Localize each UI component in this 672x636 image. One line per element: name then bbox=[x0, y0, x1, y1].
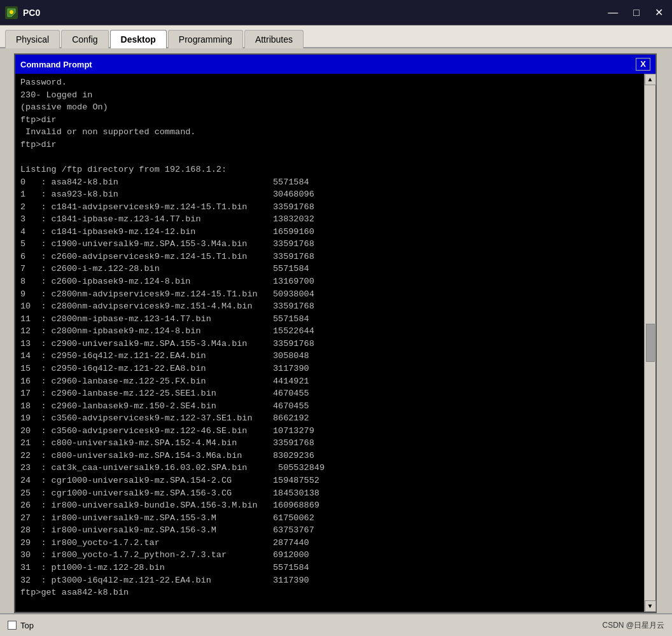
minimize-button[interactable]: — bbox=[604, 6, 622, 19]
top-checkbox[interactable] bbox=[8, 621, 17, 630]
close-button[interactable]: ✕ bbox=[651, 6, 667, 19]
tab-programming[interactable]: Programming bbox=[168, 30, 243, 48]
window-title: PC0 bbox=[23, 8, 40, 18]
status-left: Top bbox=[8, 621, 34, 630]
tab-desktop[interactable]: Desktop bbox=[110, 30, 167, 48]
status-bar: Top CSDN @日星月云 bbox=[0, 613, 672, 636]
maximize-button[interactable]: □ bbox=[629, 6, 643, 19]
scrollbar[interactable]: ▲ ▼ bbox=[644, 74, 655, 612]
scroll-up-button[interactable]: ▲ bbox=[645, 74, 656, 85]
command-prompt-window: Command Prompt X Password. 230- Logged i… bbox=[14, 53, 657, 613]
main-content: Command Prompt X Password. 230- Logged i… bbox=[0, 48, 672, 613]
cmd-close-button[interactable]: X bbox=[636, 58, 650, 71]
scroll-down-button[interactable]: ▼ bbox=[645, 600, 656, 612]
cmd-title-bar: Command Prompt X bbox=[15, 55, 655, 74]
terminal-output: Password. 230- Logged in (passive mode O… bbox=[20, 76, 650, 612]
terminal[interactable]: Password. 230- Logged in (passive mode O… bbox=[15, 74, 655, 612]
tab-physical[interactable]: Physical bbox=[5, 30, 60, 48]
scrollbar-thumb[interactable] bbox=[646, 324, 655, 362]
window-controls: — □ ✕ bbox=[604, 6, 667, 19]
tab-config[interactable]: Config bbox=[61, 30, 108, 48]
svg-point-2 bbox=[10, 10, 13, 14]
tab-bar: Physical Config Desktop Programming Attr… bbox=[0, 25, 672, 48]
top-label: Top bbox=[20, 621, 34, 630]
title-bar: PC0 — □ ✕ bbox=[0, 0, 672, 25]
tab-attributes[interactable]: Attributes bbox=[244, 30, 304, 48]
app-icon bbox=[5, 6, 18, 19]
title-bar-left: PC0 bbox=[5, 6, 40, 19]
watermark: CSDN @日星月云 bbox=[602, 620, 664, 631]
cmd-window-title: Command Prompt bbox=[20, 60, 92, 69]
